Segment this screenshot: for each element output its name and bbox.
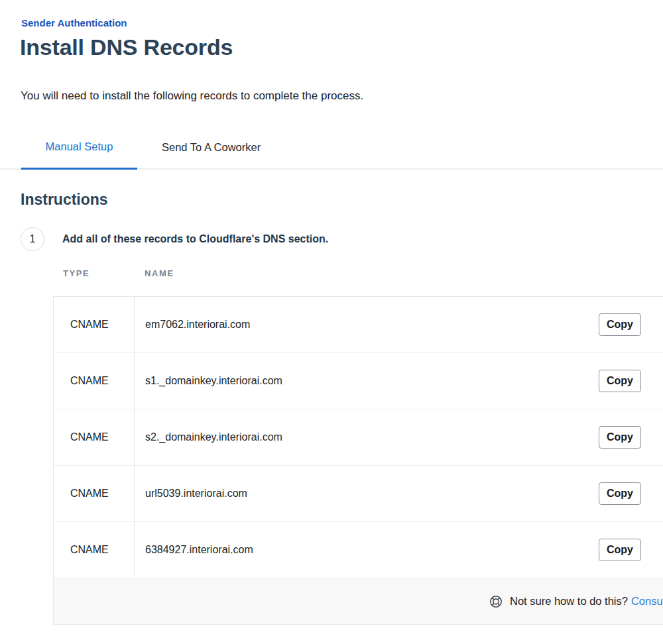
copy-button[interactable]: Copy <box>599 426 641 449</box>
instructions-heading: Instructions <box>21 191 663 209</box>
record-name-cell: em7062.interiorai.com Copy <box>135 297 663 352</box>
table-column-headers: TYPE NAME <box>63 268 663 278</box>
step-number-badge: 1 <box>21 227 44 251</box>
dns-records-table: CNAME em7062.interiorai.com Copy CNAME s… <box>53 296 663 625</box>
record-name-cell: s2._domainkey.interiorai.com Copy <box>135 409 663 465</box>
copy-button[interactable]: Copy <box>599 539 641 561</box>
page-title: Install DNS Records <box>20 34 663 60</box>
table-row: CNAME s1._domainkey.interiorai.com Copy <box>54 353 663 409</box>
record-name: 6384927.interiorai.com <box>145 544 253 556</box>
tab-manual-setup[interactable]: Manual Setup <box>21 140 137 170</box>
record-name: url5039.interiorai.com <box>145 488 247 500</box>
record-name-cell: url5039.interiorai.com Copy <box>135 466 663 521</box>
tab-bar: Manual Setup Send To A Coworker <box>0 140 663 170</box>
record-name-cell: 6384927.interiorai.com Copy <box>135 522 663 578</box>
breadcrumb[interactable]: Sender Authentication <box>21 17 127 28</box>
column-header-name: NAME <box>145 268 174 278</box>
table-row: CNAME url5039.interiorai.com Copy <box>54 466 663 522</box>
lifebuoy-icon <box>489 595 503 608</box>
table-row: CNAME s2._domainkey.interiorai.com Copy <box>54 409 663 466</box>
record-name: s2._domainkey.interiorai.com <box>145 431 282 443</box>
record-type: CNAME <box>54 353 135 409</box>
column-header-type: TYPE <box>63 268 145 278</box>
copy-button[interactable]: Copy <box>599 370 641 392</box>
step-text: Add all of these records to Cloudflare's… <box>62 233 328 245</box>
record-type: CNAME <box>54 466 135 521</box>
intro-text: You will need to install the following r… <box>21 89 663 103</box>
instruction-step: 1 Add all of these records to Cloudflare… <box>21 227 663 251</box>
copy-button[interactable]: Copy <box>599 482 641 505</box>
table-row: CNAME 6384927.interiorai.com Copy <box>54 522 663 578</box>
record-name-cell: s1._domainkey.interiorai.com Copy <box>135 353 663 409</box>
record-name: s1._domainkey.interiorai.com <box>145 375 282 387</box>
tab-send-to-coworker[interactable]: Send To A Coworker <box>137 141 285 168</box>
footer-help-text: Not sure how to do this? <box>510 595 628 608</box>
footer-help: Not sure how to do this? Consu <box>489 578 663 624</box>
table-footer: Not sure how to do this? Consu <box>54 578 663 625</box>
record-type: CNAME <box>54 409 135 465</box>
record-name: em7062.interiorai.com <box>145 319 250 331</box>
record-type: CNAME <box>54 522 135 578</box>
table-row: CNAME em7062.interiorai.com Copy <box>54 297 663 353</box>
copy-button[interactable]: Copy <box>599 313 641 336</box>
footer-help-link[interactable]: Consu <box>631 595 663 608</box>
record-type: CNAME <box>54 297 135 352</box>
